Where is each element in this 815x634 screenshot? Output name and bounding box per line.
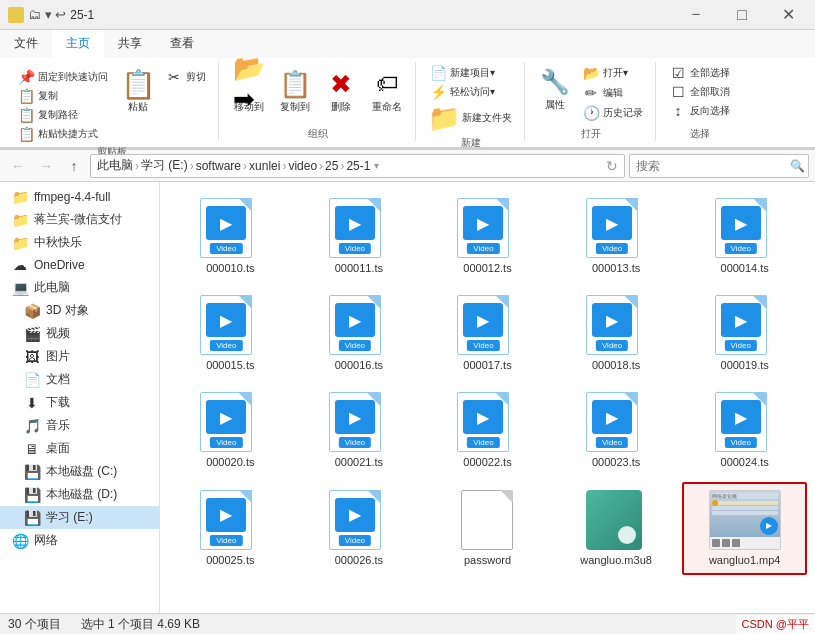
refresh-icon[interactable]: ↻ [606, 158, 618, 174]
copy-to-button[interactable]: 📋 复制到 [275, 66, 315, 116]
file-grid: ▶ Video 000010.ts ▶ Video 000011.ts [168, 190, 807, 575]
maximize-button[interactable]: □ [719, 0, 765, 30]
delete-icon: ✖ [325, 68, 357, 100]
sidebar-item-pictures[interactable]: 🖼 图片 [0, 345, 159, 368]
move-to-button[interactable]: 📂➡ 移动到 [229, 66, 269, 116]
list-item[interactable]: ▶ Video 000014.ts [682, 190, 807, 283]
ts-file-icon: ▶ Video [329, 392, 389, 452]
forward-button[interactable]: → [34, 154, 58, 178]
list-item[interactable]: ▶ Video 000016.ts [297, 287, 422, 380]
select-all-button[interactable]: ☑ 全部选择 [666, 64, 734, 82]
sidebar-item-3d[interactable]: 📦 3D 对象 [0, 299, 159, 322]
address-path[interactable]: 此电脑 › 学习 (E:) › software › xunlei › vide… [90, 154, 625, 178]
list-item[interactable]: ▶ Video 000019.ts [682, 287, 807, 380]
invert-selection-button[interactable]: ↕ 反向选择 [666, 102, 734, 120]
close-button[interactable]: ✕ [765, 0, 811, 30]
list-item[interactable]: ▶ Video 000021.ts [297, 384, 422, 477]
sidebar-item-ffmpeg[interactable]: 📁 ffmpeg-4.4-full [0, 186, 159, 208]
sidebar-item-pc[interactable]: 💻 此电脑 [0, 276, 159, 299]
list-item[interactable]: ▶ Video 000022.ts [425, 384, 550, 477]
title-bar-left: 🗂 ▾ ↩ 25-1 [8, 7, 94, 23]
list-item[interactable]: ▶ Video 000025.ts [168, 482, 293, 575]
file-name-label: 000022.ts [463, 456, 511, 469]
cut-button[interactable]: ✂ 剪切 [162, 68, 210, 86]
sidebar-item-music[interactable]: 🎵 音乐 [0, 414, 159, 437]
picture-icon: 🖼 [24, 349, 40, 365]
main-area: 📁 ffmpeg-4.4-full 📁 蒋兰宾-微信支付 📁 中秋快乐 ☁ On… [0, 182, 815, 613]
list-item[interactable]: password [425, 482, 550, 575]
list-item[interactable]: ▶ Video 000024.ts [682, 384, 807, 477]
delete-button[interactable]: ✖ 删除 [321, 66, 361, 116]
list-item[interactable]: ▶ Video 000011.ts [297, 190, 422, 283]
search-input[interactable] [636, 159, 786, 173]
copy-button[interactable]: 📋 复制 [14, 87, 112, 105]
properties-button[interactable]: 🔧 属性 [535, 64, 575, 122]
file-name-label: 000014.ts [721, 262, 769, 275]
list-item[interactable]: ▶ Video 000015.ts [168, 287, 293, 380]
tab-share[interactable]: 共享 [104, 30, 156, 58]
folder-icon: 📁 [12, 212, 28, 228]
drive-icon: 💾 [24, 510, 40, 526]
up-button[interactable]: ↑ [62, 154, 86, 178]
edit-button[interactable]: ✏ 编辑 [579, 84, 647, 102]
ts-file-icon: ▶ Video [715, 392, 775, 452]
list-item[interactable]: ▶ Video 000020.ts [168, 384, 293, 477]
list-item[interactable]: wangluo.m3u8 [554, 482, 679, 575]
list-item[interactable]: ▶ Video 000026.ts [297, 482, 422, 575]
list-item[interactable]: ▶ Video 000018.ts [554, 287, 679, 380]
copy-path-icon: 📋 [18, 107, 34, 123]
rename-button[interactable]: 🏷 重命名 [367, 66, 407, 116]
sidebar-item-desktop[interactable]: 🖥 桌面 [0, 437, 159, 460]
back-button[interactable]: ← [6, 154, 30, 178]
history-icon: 🕐 [583, 105, 599, 121]
address-bar: ← → ↑ 此电脑 › 学习 (E:) › software › xunlei … [0, 150, 815, 182]
sidebar-item-drive-c[interactable]: 💾 本地磁盘 (C:) [0, 460, 159, 483]
sidebar-item-onedrive[interactable]: ☁ OneDrive [0, 254, 159, 276]
paste-icon: 📋 [122, 68, 154, 100]
search-box[interactable]: 🔍 [629, 154, 809, 178]
tab-file[interactable]: 文件 [0, 30, 52, 58]
file-name-label: 000021.ts [335, 456, 383, 469]
history-button[interactable]: 🕐 历史记录 [579, 104, 647, 122]
sidebar-item-jlb[interactable]: 📁 蒋兰宾-微信支付 [0, 208, 159, 231]
paste-shortcut-button[interactable]: 📋 粘贴快捷方式 [14, 125, 112, 143]
file-name-label: password [464, 554, 511, 567]
list-item[interactable]: ▶ Video 000017.ts [425, 287, 550, 380]
easy-access-button[interactable]: ⚡ 轻松访问▾ [426, 83, 499, 101]
sidebar-item-zhongqiu[interactable]: 📁 中秋快乐 [0, 231, 159, 254]
ribbon: 文件 主页 共享 查看 📌 固定到快速访问 📋 复制 [0, 30, 815, 150]
tab-home[interactable]: 主页 [52, 30, 104, 58]
list-item[interactable]: ▶ Video 000012.ts [425, 190, 550, 283]
sidebar-item-docs[interactable]: 📄 文档 [0, 368, 159, 391]
minimize-button[interactable]: － [673, 0, 719, 30]
new-item-button[interactable]: 📄 新建项目▾ [426, 64, 499, 82]
sidebar-item-downloads[interactable]: ⬇ 下载 [0, 391, 159, 414]
copy-path-button[interactable]: 📋 复制路径 [14, 106, 112, 124]
title-bar: 🗂 ▾ ↩ 25-1 － □ ✕ [0, 0, 815, 30]
cut-icon: ✂ [166, 69, 182, 85]
sidebar-item-drive-d[interactable]: 💾 本地磁盘 (D:) [0, 483, 159, 506]
properties-icon: 🔧 [539, 66, 571, 98]
item-count: 30 个项目 [8, 616, 61, 633]
new-folder-button[interactable]: 📁 新建文件夹 [426, 102, 516, 134]
sidebar-item-video[interactable]: 🎬 视频 [0, 322, 159, 345]
list-item[interactable]: ▶ Video 000023.ts [554, 384, 679, 477]
list-item[interactable]: ▶ Video 000010.ts [168, 190, 293, 283]
drive-icon: 💾 [24, 464, 40, 480]
sidebar-item-drive-e[interactable]: 💾 学习 (E:) [0, 506, 159, 529]
watermark: CSDN @平平 [736, 615, 815, 634]
ts-file-icon: ▶ Video [715, 295, 775, 355]
list-item[interactable]: ▶ Video 000013.ts [554, 190, 679, 283]
tab-view[interactable]: 查看 [156, 30, 208, 58]
paste-button[interactable]: 📋 粘贴 [118, 66, 158, 116]
pin-quick-access-button[interactable]: 📌 固定到快速访问 [14, 68, 112, 86]
ts-file-icon: ▶ Video [586, 198, 646, 258]
open-button[interactable]: 📂 打开▾ [579, 64, 647, 82]
open-label: 打开 [581, 125, 601, 141]
ribbon-tab-list: 文件 主页 共享 查看 [0, 30, 815, 58]
deselect-all-button[interactable]: ☐ 全部取消 [666, 83, 734, 101]
file-name-label: 000013.ts [592, 262, 640, 275]
sidebar-item-network[interactable]: 🌐 网络 [0, 529, 159, 552]
list-item[interactable]: 网络架化概 ▶ [682, 482, 807, 575]
status-bar: 30 个项目 选中 1 个项目 4.69 KB [0, 613, 815, 634]
